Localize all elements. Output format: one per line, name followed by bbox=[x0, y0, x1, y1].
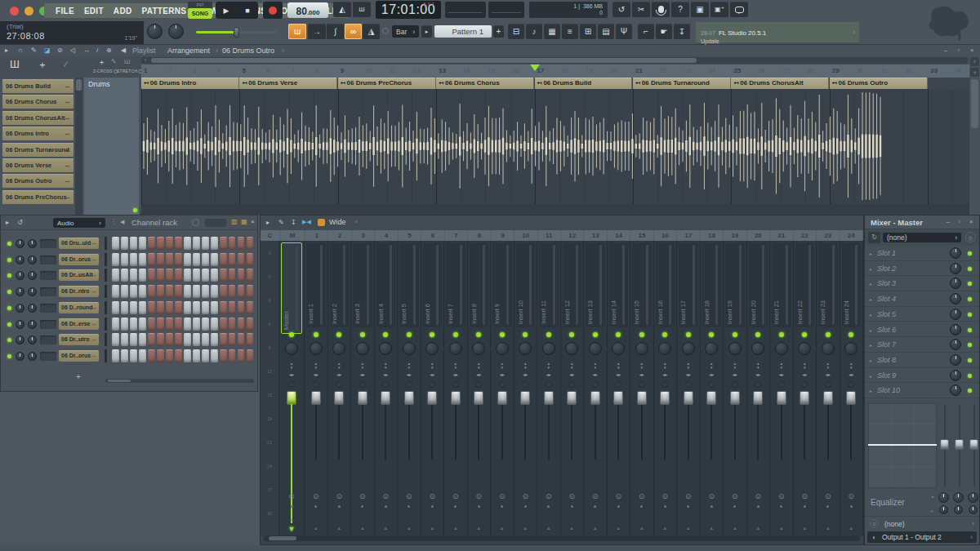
step-cell[interactable] bbox=[184, 253, 191, 266]
stereo-sep-arrows[interactable]: ▴ ▾ bbox=[398, 362, 421, 370]
time-mode-label[interactable]: B:S:T bbox=[423, 2, 434, 7]
pan-knob[interactable] bbox=[635, 342, 648, 355]
aux-knob[interactable] bbox=[639, 381, 645, 388]
mixer-route-box[interactable] bbox=[40, 320, 56, 329]
step-cell[interactable] bbox=[157, 253, 164, 266]
effect-slot[interactable]: ▸Slot 1 bbox=[865, 246, 979, 261]
mute-led[interactable] bbox=[662, 332, 667, 337]
record-arm-icon[interactable]: ⊙ bbox=[677, 492, 700, 500]
news-banner[interactable]: 28-07FL Studio 20.5.1 Update › bbox=[696, 22, 859, 42]
playhead-marker[interactable] bbox=[530, 64, 540, 76]
pan-knob[interactable] bbox=[472, 342, 485, 355]
source-clip-button[interactable]: 06 Drums Outro↔ bbox=[2, 174, 74, 188]
slot-mix-knob[interactable] bbox=[950, 293, 961, 304]
stereo-sep-arrows[interactable]: ▴ ▾ bbox=[375, 362, 398, 370]
col-insert-number[interactable]: 15 bbox=[630, 230, 653, 241]
step-cell[interactable] bbox=[166, 253, 173, 266]
channel-name-button[interactable]: 06 Dr..utro↔ bbox=[59, 334, 99, 345]
eq-width-knob-3[interactable] bbox=[969, 505, 978, 514]
master-volume-knob[interactable] bbox=[147, 24, 163, 39]
step-cell[interactable] bbox=[211, 253, 218, 266]
timeline-bar-number[interactable]: 34 bbox=[955, 68, 961, 73]
step-cell[interactable] bbox=[220, 237, 227, 250]
playlist-close-icon[interactable]: × bbox=[967, 47, 977, 54]
step-cell[interactable] bbox=[184, 269, 191, 282]
playlist-maximize-icon[interactable]: ▫ bbox=[954, 47, 964, 54]
pan-knob[interactable] bbox=[496, 342, 509, 355]
step-cell[interactable] bbox=[130, 333, 137, 346]
step-cell[interactable] bbox=[175, 253, 182, 266]
pat-label[interactable]: PAT bbox=[188, 2, 212, 8]
record-arm-icon[interactable]: ⊙ bbox=[537, 492, 560, 500]
mixer-strip[interactable]: Insert 18▴ ▾◂▸⊙▲ bbox=[701, 241, 724, 536]
pan-arrows[interactable]: ◂▸ bbox=[514, 371, 537, 377]
col-insert-number[interactable]: 24 bbox=[840, 230, 862, 241]
drums-track-lane[interactable] bbox=[141, 89, 969, 204]
mixer-strip[interactable]: Insert 11▴ ▾◂▸⊙▲ bbox=[537, 241, 561, 536]
step-cell[interactable] bbox=[238, 269, 245, 282]
pan-arrows[interactable]: ◂▸ bbox=[375, 371, 398, 377]
slot-enable-led[interactable] bbox=[968, 297, 972, 301]
channel-pan-knob[interactable] bbox=[16, 320, 24, 329]
slot-mix-knob[interactable] bbox=[950, 384, 961, 396]
step-cell[interactable] bbox=[220, 333, 227, 346]
link-button[interactable]: ∞ bbox=[345, 24, 362, 39]
mixer-hscrollbar[interactable] bbox=[264, 535, 860, 541]
step-cell[interactable] bbox=[148, 237, 155, 250]
route-arrow[interactable]: ▲ bbox=[630, 526, 653, 531]
clip[interactable]: ↤ 06 Drums PreChorus bbox=[338, 78, 436, 89]
mute-led[interactable] bbox=[639, 332, 644, 337]
mute-led[interactable] bbox=[407, 332, 412, 337]
step-cell[interactable] bbox=[193, 269, 200, 282]
slot-mix-knob[interactable] bbox=[950, 354, 961, 366]
step-cell[interactable] bbox=[166, 333, 173, 346]
col-insert-number[interactable]: 23 bbox=[817, 230, 840, 241]
strip-name-plate[interactable]: Insert 18 bbox=[702, 242, 722, 327]
clip[interactable]: ↤ 06 Drums Turnaround bbox=[633, 78, 731, 89]
effect-slot[interactable]: ▸Slot 2 bbox=[865, 261, 979, 277]
step-cell[interactable] bbox=[130, 237, 137, 250]
col-insert-number[interactable]: 3 bbox=[352, 230, 375, 241]
step-cell[interactable] bbox=[238, 237, 245, 250]
volume-fader[interactable] bbox=[730, 391, 740, 405]
timeline-bar-number[interactable]: 32 bbox=[906, 68, 912, 73]
timeline-bar-number[interactable]: 1 bbox=[144, 67, 147, 74]
step-cell[interactable] bbox=[157, 318, 164, 331]
step-cell[interactable] bbox=[220, 301, 227, 314]
mute-led[interactable] bbox=[849, 332, 853, 337]
col-insert-number[interactable]: 9 bbox=[492, 230, 514, 241]
channel-enable-led[interactable] bbox=[7, 322, 11, 327]
rack-hscrollbar[interactable] bbox=[105, 379, 254, 383]
step-cell[interactable] bbox=[193, 318, 200, 331]
strip-name-plate[interactable]: Insert 5 bbox=[399, 242, 419, 327]
mute-led[interactable] bbox=[709, 332, 714, 337]
slot-enable-led[interactable] bbox=[968, 389, 972, 393]
pan-arrows[interactable]: ◂▸ bbox=[794, 371, 817, 377]
effect-slot[interactable]: ▸Slot 10 bbox=[865, 383, 979, 398]
breadcrumb-selection[interactable]: 06 Drums Outro bbox=[222, 47, 274, 55]
col-insert-number[interactable]: 21 bbox=[770, 230, 793, 241]
metronome-button[interactable]: ◭ bbox=[333, 2, 351, 17]
timeline-bar-number[interactable]: 19 bbox=[586, 68, 593, 73]
route-arrow[interactable]: ▲ bbox=[840, 526, 863, 531]
step-cell[interactable] bbox=[220, 269, 227, 282]
col-insert-number[interactable]: 20 bbox=[747, 230, 770, 241]
strip-name-plate[interactable]: Master bbox=[281, 242, 302, 334]
mixer-strip[interactable]: Insert 1▴ ▾◂▸⊙▲ bbox=[305, 241, 328, 536]
record-arm-icon[interactable]: ⊙ bbox=[398, 492, 421, 500]
step-cell[interactable] bbox=[193, 301, 200, 314]
route-arrow[interactable]: ▲ bbox=[794, 526, 817, 531]
undo-icon[interactable]: ↺ bbox=[612, 2, 630, 17]
link-channels-icon[interactable]: ▶◀ bbox=[302, 219, 311, 225]
cut-icon[interactable]: ✂ bbox=[632, 2, 650, 17]
strip-name-plate[interactable]: Insert 10 bbox=[516, 242, 536, 327]
stereo-sep-arrows[interactable]: ▴ ▾ bbox=[724, 362, 746, 370]
slot-enable-led[interactable] bbox=[968, 251, 972, 256]
slot-enable-led[interactable] bbox=[968, 358, 972, 362]
channel-name-button[interactable]: 06 Dr..ntro↔ bbox=[59, 286, 99, 297]
route-arrow[interactable]: ▲ bbox=[701, 526, 724, 531]
stereo-sep-arrows[interactable]: ▴ ▾ bbox=[770, 362, 793, 370]
output-selector[interactable]: ◖ Output 1 - Output 2 › bbox=[867, 531, 977, 543]
step-edit-button[interactable]: → bbox=[308, 24, 326, 39]
effect-slot[interactable]: ▸Slot 6 bbox=[865, 322, 979, 338]
